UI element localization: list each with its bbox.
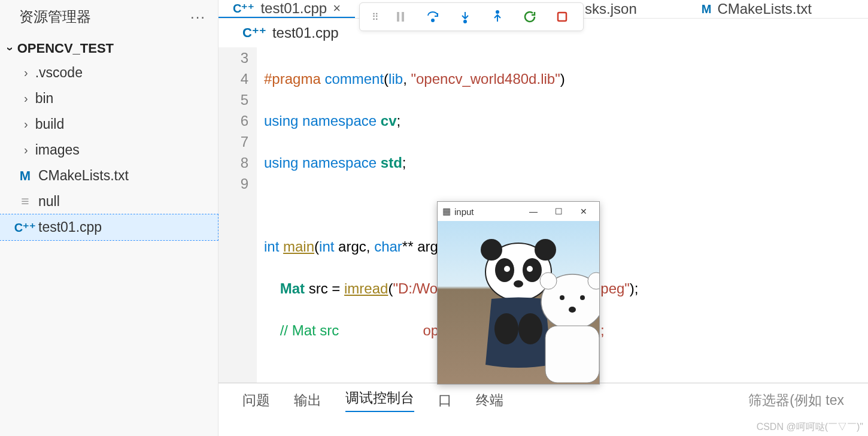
project-root[interactable]: › OPENCV_TEST <box>0 37 218 60</box>
breadcrumb-file: test01.cpp <box>272 25 339 41</box>
grip-icon[interactable]: ⠿ <box>372 11 377 23</box>
file-null[interactable]: ≡null <box>0 189 218 214</box>
explorer-more-icon[interactable]: ··· <box>190 8 206 25</box>
minimize-button[interactable]: — <box>523 207 544 216</box>
folder-build[interactable]: ›build <box>0 111 218 137</box>
tab-cmakelists[interactable]: M CMakeLists.txt <box>687 0 826 18</box>
tab-test01-cpp[interactable]: C⁺⁺ test01.cpp × <box>218 0 355 18</box>
folder-label: images <box>35 142 80 158</box>
tab-label: sks.json <box>585 1 637 17</box>
image-window-title: input <box>454 207 474 217</box>
image-preview-window[interactable]: ▦ input — ☐ ✕ <box>437 201 600 384</box>
file-cmakelists[interactable]: MCMakeLists.txt <box>0 163 218 189</box>
svg-point-21 <box>569 307 576 313</box>
panel-tab-terminal[interactable]: 终端 <box>476 391 503 410</box>
chevron-right-icon: › <box>24 66 28 80</box>
chevron-right-icon: › <box>24 143 28 157</box>
close-icon[interactable]: × <box>333 1 341 16</box>
chevron-down-icon: › <box>4 47 17 51</box>
watermark: CSDN @呵呵哒(￣▽￣)" <box>757 421 863 434</box>
folder-label: build <box>35 116 65 132</box>
svg-rect-22 <box>545 326 599 383</box>
panel-filter-input[interactable]: 筛选器(例如 tex <box>748 391 844 410</box>
folder-vscode[interactable]: ›.vscode <box>0 60 218 86</box>
tab-label: CMakeLists.txt <box>717 1 811 17</box>
debug-toolbar[interactable]: ⠿ <box>359 2 584 31</box>
svg-point-3 <box>464 20 466 23</box>
panel-tab-problems[interactable]: 问题 <box>242 391 270 410</box>
chevron-right-icon: › <box>24 92 28 105</box>
explorer-sidebar: 资源管理器 ··· › OPENCV_TEST ›.vscode ›bin ›b… <box>0 0 218 436</box>
svg-point-4 <box>496 11 499 13</box>
cmake-icon: M <box>702 2 712 16</box>
file-label: test01.cpp <box>38 219 102 235</box>
svg-rect-1 <box>402 12 404 22</box>
folder-images[interactable]: ›images <box>0 137 218 163</box>
file-test01-cpp[interactable]: C⁺⁺test01.cpp <box>0 214 218 240</box>
stop-button[interactable] <box>553 8 571 26</box>
svg-point-8 <box>535 239 556 261</box>
cpp-icon: C⁺⁺ <box>14 220 36 235</box>
folder-label: .vscode <box>35 65 83 81</box>
folder-bin[interactable]: ›bin <box>0 86 218 111</box>
panel-tabs: 问题 输出 调试控制台 口 终端 筛选器(例如 tex <box>218 383 868 417</box>
file-label: CMakeLists.txt <box>38 168 129 184</box>
cmake-icon: M <box>20 168 31 184</box>
project-name: OPENCV_TEST <box>17 41 114 56</box>
maximize-button[interactable]: ☐ <box>548 207 569 216</box>
svg-point-11 <box>504 266 510 272</box>
svg-point-13 <box>514 280 523 287</box>
panel-tab-output[interactable]: 输出 <box>294 391 321 410</box>
svg-point-2 <box>432 19 434 22</box>
step-over-button[interactable] <box>424 8 442 26</box>
svg-point-20 <box>580 295 585 300</box>
close-button[interactable]: ✕ <box>573 207 594 216</box>
pause-button[interactable] <box>391 8 409 26</box>
tab-label: test01.cpp <box>260 0 327 17</box>
file-label: null <box>38 193 60 210</box>
svg-point-14 <box>494 313 518 344</box>
window-icon: ▦ <box>442 206 451 217</box>
step-out-button[interactable] <box>488 8 506 26</box>
image-content <box>438 221 599 384</box>
svg-point-19 <box>560 295 564 300</box>
line-gutter: 3456789 <box>218 47 257 383</box>
folder-label: bin <box>35 90 54 107</box>
cpp-icon: C⁺⁺ <box>233 1 254 16</box>
svg-point-17 <box>540 272 557 289</box>
panel-tab-debug-console[interactable]: 调试控制台 <box>345 389 414 412</box>
step-into-button[interactable] <box>456 8 474 26</box>
file-icon: ≡ <box>21 193 29 210</box>
svg-point-7 <box>481 239 502 261</box>
polar-bear-illustration <box>527 269 599 383</box>
panel-tab-ports[interactable]: 口 <box>438 391 452 410</box>
cpp-icon: C⁺⁺ <box>242 25 266 41</box>
explorer-title: 资源管理器 <box>19 7 91 26</box>
svg-rect-5 <box>558 13 566 21</box>
chevron-right-icon: › <box>24 117 28 131</box>
restart-button[interactable] <box>521 8 539 26</box>
image-window-titlebar[interactable]: ▦ input — ☐ ✕ <box>438 202 599 221</box>
svg-rect-0 <box>397 12 399 22</box>
